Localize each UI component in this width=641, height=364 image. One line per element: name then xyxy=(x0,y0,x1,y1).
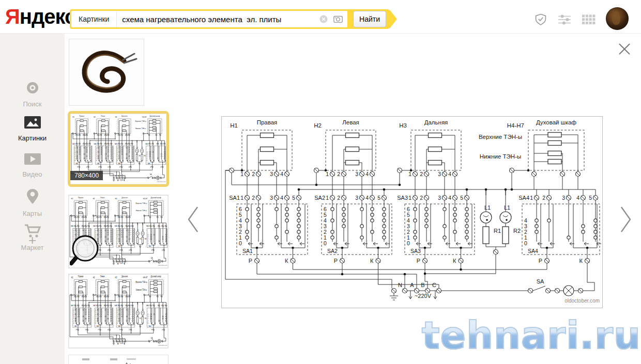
svg-text:Духовай шкаф: Духовай шкаф xyxy=(150,276,161,278)
svg-text:0: 0 xyxy=(324,240,327,246)
apps-grid-icon[interactable] xyxy=(582,13,596,26)
svg-text:4: 4 xyxy=(576,195,579,201)
avatar[interactable] xyxy=(606,7,629,30)
svg-text:Р: Р xyxy=(417,258,420,264)
svg-text:5: 5 xyxy=(110,143,111,145)
chevron-right-icon[interactable] xyxy=(619,205,633,234)
thumbnail-schematic-selected[interactable]: ПраваяH11234ЛеваяH21234ДальняяH31234Духо… xyxy=(68,111,169,187)
svg-text:4: 4 xyxy=(365,171,369,177)
search-scope-tab[interactable]: Картинки xyxy=(71,11,117,27)
thumbnail-schematic-magnifier[interactable]: ПраваяH11234ЛеваяH21234ДальняяH31234Духо… xyxy=(68,195,169,268)
svg-text:1: 1 xyxy=(97,143,98,145)
svg-text:4: 4 xyxy=(128,305,129,307)
svg-text:R1: R1 xyxy=(140,238,142,240)
svg-text:2: 2 xyxy=(120,216,121,218)
svg-text:Верхние ТЭН-ы: Верхние ТЭН-ы xyxy=(136,202,147,204)
svg-text:0: 0 xyxy=(73,322,74,324)
svg-text:3: 3 xyxy=(103,216,104,218)
svg-text:К: К xyxy=(453,258,456,264)
svg-text:2: 2 xyxy=(120,225,121,228)
image-search-camera-icon[interactable] xyxy=(333,14,343,24)
svg-text:4: 4 xyxy=(448,195,451,201)
svg-text:Р: Р xyxy=(249,258,252,264)
results-thumbnail-list: ПраваяH11234ЛеваяH21234ДальняяH31234Духо… xyxy=(65,34,176,364)
search-bar: Картинки Найти xyxy=(70,9,389,29)
svg-text:A: A xyxy=(410,282,414,288)
svg-text:N: N xyxy=(398,282,402,288)
svg-text:5: 5 xyxy=(460,195,463,201)
thumbnail-diagram-partial[interactable] xyxy=(68,355,169,364)
svg-text:1: 1 xyxy=(96,305,97,307)
svg-text:L1: L1 xyxy=(137,229,139,231)
svg-text:3: 3 xyxy=(270,195,273,201)
svg-text:4: 4 xyxy=(106,216,108,218)
svg-text:0: 0 xyxy=(96,159,97,162)
filters-icon[interactable] xyxy=(558,13,571,26)
svg-text:Правая: Правая xyxy=(78,197,83,199)
svg-text:Верхние ТЭН-ы: Верхние ТЭН-ы xyxy=(479,134,522,140)
svg-text:4: 4 xyxy=(106,225,108,228)
chevron-left-icon[interactable] xyxy=(186,205,200,234)
sidebar-item-video[interactable]: Видео xyxy=(0,153,65,178)
svg-text:H2: H2 xyxy=(93,277,95,279)
magnifier-icon xyxy=(70,234,104,266)
svg-text:5: 5 xyxy=(131,225,132,228)
svg-text:SA3: SA3 xyxy=(115,225,117,228)
svg-text:R2: R2 xyxy=(144,155,146,157)
shield-icon[interactable] xyxy=(534,13,547,26)
close-icon[interactable] xyxy=(616,41,633,57)
thumbnail-photo-heating-coil[interactable] xyxy=(69,39,144,106)
svg-text:4: 4 xyxy=(85,134,86,136)
svg-text:0: 0 xyxy=(147,322,148,324)
sidebar-more-button[interactable]: + xyxy=(0,232,65,248)
svg-text:SA: SA xyxy=(150,173,152,176)
svg-text:1: 1 xyxy=(408,171,411,177)
sidebar-item-label: Поиск xyxy=(0,100,65,108)
svg-text:SA4: SA4 xyxy=(518,195,529,201)
svg-text:3: 3 xyxy=(125,143,126,145)
svg-text:3: 3 xyxy=(355,195,358,201)
svg-text:SA4: SA4 xyxy=(148,245,151,248)
search-input[interactable] xyxy=(117,15,318,24)
svg-text:4: 4 xyxy=(128,225,129,228)
heating-coil-image xyxy=(69,39,144,105)
sidebar-item-label: Карты xyxy=(0,210,65,217)
svg-text:3: 3 xyxy=(355,171,358,177)
svg-text:1: 1 xyxy=(530,195,533,201)
svg-text:L1: L1 xyxy=(484,204,491,211)
svg-text:2: 2 xyxy=(542,195,545,201)
svg-text:3: 3 xyxy=(103,305,104,307)
svg-text:1: 1 xyxy=(117,295,118,298)
svg-text:SA: SA xyxy=(537,278,544,284)
svg-text:3: 3 xyxy=(83,134,84,136)
svg-text:Левая: Левая xyxy=(342,119,359,125)
svg-text:L1: L1 xyxy=(136,146,138,149)
svg-text:SA3: SA3 xyxy=(115,305,117,307)
svg-text:3: 3 xyxy=(81,225,82,228)
svg-text:2: 2 xyxy=(120,305,121,307)
svg-text:SA2: SA2 xyxy=(96,325,99,327)
svg-text:Дальняя: Дальняя xyxy=(121,276,128,278)
thumbnail-schematic[interactable]: ПраваяH11234ЛеваяH21234ДальняяH31234Духо… xyxy=(68,274,169,349)
svg-text:3: 3 xyxy=(562,195,565,201)
svg-text:1: 1 xyxy=(75,143,76,145)
svg-text:5: 5 xyxy=(87,225,88,228)
svg-text:1: 1 xyxy=(75,134,76,136)
svg-text:3: 3 xyxy=(103,295,104,298)
schematic-image[interactable]: ПраваяH11234ЛеваяH21234ДальняяH31234Духо… xyxy=(221,116,603,308)
svg-text:К: К xyxy=(579,258,583,264)
search-button[interactable]: Найти xyxy=(353,11,386,27)
sidebar-item-images[interactable]: Картинки xyxy=(0,116,65,142)
svg-text:0: 0 xyxy=(407,240,410,246)
svg-text:oldoctober.com: oldoctober.com xyxy=(157,180,165,183)
sidebar-item-maps[interactable]: Карты xyxy=(0,188,65,217)
svg-text:Верхние ТЭН-ы: Верхние ТЭН-ы xyxy=(136,281,147,283)
svg-text:SA4: SA4 xyxy=(145,143,148,145)
yandex-logo[interactable]: Яндекс xyxy=(5,5,75,28)
clear-icon[interactable] xyxy=(318,14,329,24)
svg-text:~220V: ~220V xyxy=(119,262,124,265)
sidebar-item-search[interactable]: Поиск xyxy=(0,80,65,108)
svg-text:SA3: SA3 xyxy=(397,195,408,201)
svg-text:2: 2 xyxy=(78,134,79,136)
svg-text:SA2: SA2 xyxy=(93,225,96,228)
